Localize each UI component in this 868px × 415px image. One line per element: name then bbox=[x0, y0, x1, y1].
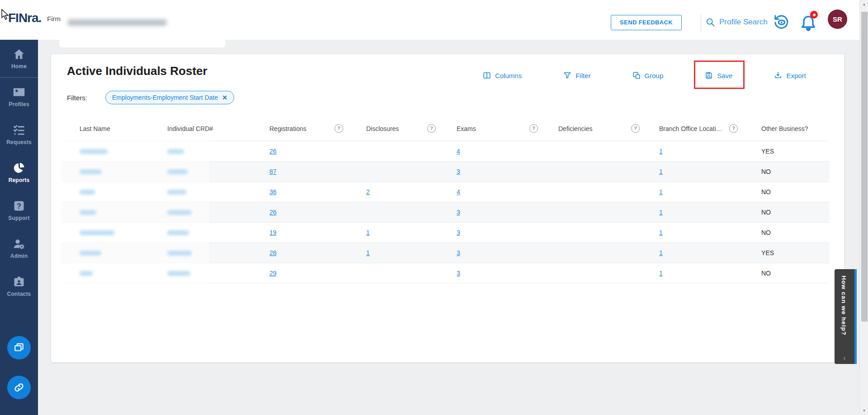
toolbar-group-button[interactable]: Group bbox=[632, 71, 664, 79]
help-icon[interactable]: ? bbox=[631, 124, 640, 133]
sidebar-item-label: Home bbox=[11, 63, 27, 70]
sidebar-item-contacts[interactable]: Contacts bbox=[0, 267, 38, 305]
table-row: 2631NO bbox=[61, 202, 830, 222]
scrollbar-thumb[interactable] bbox=[861, 12, 868, 322]
sidebar-item-label: Support bbox=[8, 215, 29, 221]
profile-search-button[interactable]: Profile Search bbox=[705, 17, 768, 27]
crd-link-redacted[interactable] bbox=[167, 190, 186, 195]
link-icon bbox=[13, 382, 25, 393]
cell-branch-office-locations[interactable]: 1 bbox=[659, 263, 663, 284]
cell-registrations[interactable]: 26 bbox=[269, 141, 277, 162]
cell-branch-office-locations[interactable]: 1 bbox=[659, 202, 663, 223]
close-icon[interactable]: ✕ bbox=[222, 94, 227, 101]
column-header-individual-crd[interactable]: Individual CRD# bbox=[167, 122, 213, 135]
sidebar-item-reports[interactable]: Reports bbox=[0, 154, 38, 191]
help-icon[interactable]: ? bbox=[529, 124, 538, 133]
filter-chip[interactable]: Employments-Employment Start Date ✕ bbox=[105, 91, 234, 104]
cell-branch-office-locations[interactable]: 1 bbox=[659, 141, 663, 162]
cell-exams[interactable]: 3 bbox=[457, 223, 460, 243]
column-header-registrations[interactable]: Registrations bbox=[269, 122, 307, 135]
crd-link-redacted[interactable] bbox=[167, 149, 184, 154]
cell-disclosures[interactable]: 2 bbox=[366, 182, 370, 202]
sidebar-item-profiles[interactable]: Profiles bbox=[0, 78, 38, 116]
cell-branch-office-locations[interactable]: 1 bbox=[659, 223, 663, 243]
table-row: 2931NO bbox=[61, 263, 830, 283]
sidebar-item-admin[interactable]: Admin bbox=[0, 229, 38, 267]
last-name-link-redacted[interactable] bbox=[80, 190, 95, 195]
column-header-branch-office-locati[interactable]: Branch Office Locati… bbox=[659, 122, 722, 135]
table-row: 2641YES bbox=[61, 141, 830, 161]
cell-registrations[interactable]: 28 bbox=[269, 243, 277, 263]
help-tab-label: How can we help? bbox=[840, 275, 847, 336]
help-tab[interactable]: How can we help? ‹ bbox=[835, 269, 857, 364]
cell-exams[interactable]: 3 bbox=[457, 202, 460, 223]
last-name-link-redacted[interactable] bbox=[80, 271, 93, 276]
sidebar-item-requests[interactable]: Requests bbox=[0, 116, 38, 154]
column-header-deficiencies[interactable]: Deficiencies bbox=[558, 122, 592, 135]
sidebar-item-home[interactable]: Home bbox=[0, 40, 38, 78]
crd-link-redacted[interactable] bbox=[167, 271, 190, 276]
vertical-scrollbar[interactable]: ▲ ▼ bbox=[859, 0, 868, 415]
cell-registrations[interactable]: 87 bbox=[269, 162, 277, 182]
help-icon[interactable]: ? bbox=[729, 124, 738, 133]
toolbar-filter-button[interactable]: Filter bbox=[563, 71, 590, 79]
admin-icon bbox=[13, 238, 25, 250]
cell-exams[interactable]: 4 bbox=[457, 182, 460, 202]
column-header-last-name[interactable]: Last Name bbox=[80, 122, 110, 135]
cell-registrations[interactable]: 36 bbox=[269, 182, 277, 202]
page-title: Active Individuals Roster bbox=[67, 64, 208, 78]
cell-disclosures[interactable]: 1 bbox=[366, 243, 370, 263]
recently-viewed-icon[interactable] bbox=[773, 14, 789, 30]
cell-disclosures[interactable]: 1 bbox=[366, 223, 370, 243]
cell-exams[interactable]: 3 bbox=[457, 263, 460, 284]
cell-exams[interactable]: 3 bbox=[457, 243, 460, 263]
cell-registrations[interactable]: 29 bbox=[269, 263, 277, 284]
avatar[interactable]: SR bbox=[828, 9, 847, 29]
help-icon[interactable]: ? bbox=[427, 124, 436, 133]
scroll-down-arrow-icon[interactable]: ▼ bbox=[860, 409, 868, 413]
last-name-link-redacted[interactable] bbox=[80, 149, 108, 154]
table-row: 36241NO bbox=[61, 182, 830, 202]
crd-link-redacted[interactable] bbox=[167, 230, 189, 235]
last-name-link-redacted[interactable] bbox=[80, 169, 102, 174]
table-row: 8731NO bbox=[61, 161, 830, 182]
cell-branch-office-locations[interactable]: 1 bbox=[659, 243, 663, 263]
toolbar-label: Columns bbox=[495, 72, 522, 79]
crd-link-redacted[interactable] bbox=[167, 210, 192, 215]
group-icon bbox=[632, 71, 641, 79]
windows-fab-button[interactable] bbox=[7, 336, 31, 359]
crd-link-redacted[interactable] bbox=[167, 169, 188, 174]
sidebar-item-label: Admin bbox=[10, 253, 28, 259]
sidebar-item-support[interactable]: ?Support bbox=[0, 191, 38, 229]
column-header-other-business[interactable]: Other Business? bbox=[761, 122, 808, 135]
column-header-disclosures[interactable]: Disclosures bbox=[366, 122, 399, 135]
cell-other-business: NO bbox=[761, 182, 771, 202]
cell-branch-office-locations[interactable]: 1 bbox=[659, 182, 663, 202]
export-icon bbox=[774, 71, 782, 79]
column-header-exams[interactable]: Exams bbox=[457, 122, 476, 135]
crd-link-redacted[interactable] bbox=[167, 251, 192, 256]
cell-branch-office-locations[interactable]: 1 bbox=[659, 162, 663, 182]
last-name-link-redacted[interactable] bbox=[80, 210, 96, 215]
roster-card: Active Individuals Roster ColumnsFilterG… bbox=[51, 54, 844, 362]
notifications-bell-icon[interactable] bbox=[799, 14, 817, 31]
filters-row: Filters: Employments-Employment Start Da… bbox=[67, 91, 234, 104]
last-name-link-redacted[interactable] bbox=[80, 230, 114, 235]
toolbar-export-button[interactable]: Export bbox=[774, 71, 806, 79]
cell-exams[interactable]: 4 bbox=[457, 141, 460, 162]
toolbar-columns-button[interactable]: Columns bbox=[483, 71, 522, 79]
last-name-link-redacted[interactable] bbox=[80, 251, 101, 256]
scroll-up-arrow-icon[interactable]: ▲ bbox=[860, 2, 868, 6]
send-feedback-button[interactable]: SEND FEEDBACK bbox=[611, 15, 682, 30]
cell-exams[interactable]: 3 bbox=[457, 162, 460, 182]
help-icon[interactable]: ? bbox=[335, 124, 343, 133]
cell-registrations[interactable]: 26 bbox=[269, 202, 277, 223]
cell-registrations[interactable]: 19 bbox=[269, 223, 277, 243]
header-divider bbox=[701, 14, 701, 32]
link-fab-button[interactable] bbox=[7, 376, 31, 399]
profiles-icon bbox=[13, 86, 25, 98]
sidebar-item-label: Contacts bbox=[7, 291, 31, 297]
toolbar-label: Save bbox=[717, 72, 732, 79]
chevron-left-icon: ‹ bbox=[835, 354, 854, 362]
toolbar-save-button[interactable]: Save bbox=[705, 71, 732, 79]
